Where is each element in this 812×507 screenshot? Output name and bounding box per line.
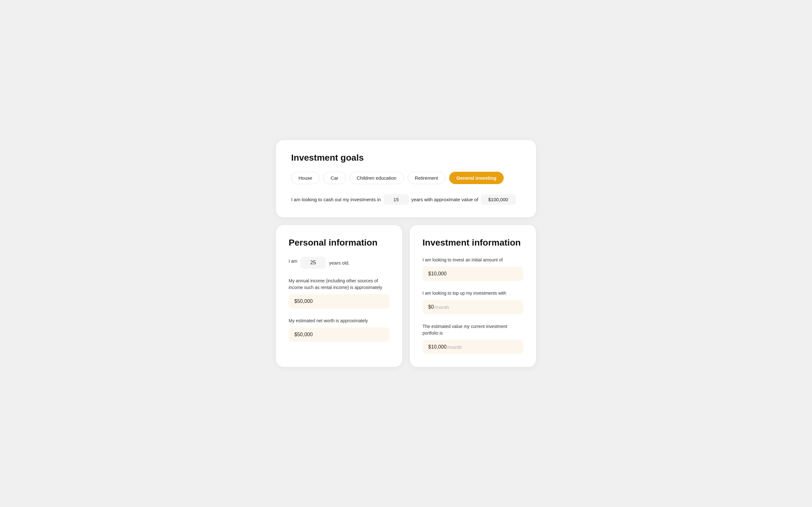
annual-income-field[interactable]: $50,000: [289, 294, 390, 308]
initial-amount-value: $10,000: [428, 271, 447, 277]
net-worth-block: My estimated net worth is approximately …: [289, 318, 390, 342]
portfolio-block: The estimated value my current investmen…: [422, 323, 523, 354]
value-input[interactable]: [481, 194, 516, 205]
top-up-value: $0: [428, 304, 434, 310]
chip-children-education[interactable]: Children education: [350, 172, 404, 184]
age-label: I am: [289, 258, 297, 265]
net-worth-label: My estimated net worth is approximately: [289, 318, 390, 324]
goals-chips-container: House Car Children education Retirement …: [291, 172, 521, 184]
portfolio-label: The estimated value my current investmen…: [422, 323, 523, 337]
top-up-label: I am looking to top up my investments wi…: [422, 290, 523, 297]
chip-car[interactable]: Car: [323, 172, 345, 184]
portfolio-field[interactable]: $10,000 /month: [422, 340, 523, 354]
chip-general-investing[interactable]: General investing: [449, 172, 504, 184]
investment-goals-card: Investment goals House Car Children educ…: [276, 140, 536, 217]
age-block: I am years old.: [289, 257, 390, 269]
annual-income-label: My annual income (including other source…: [289, 278, 390, 291]
top-up-suffix: /month: [435, 304, 449, 310]
age-input[interactable]: [300, 257, 326, 269]
initial-amount-block: I am looking to invest an initial amount…: [422, 257, 523, 281]
investment-information-title: Investment information: [422, 238, 523, 248]
main-container: Investment goals House Car Children educ…: [276, 140, 536, 367]
goals-sentence: I am looking to cash out my investments …: [291, 194, 521, 205]
top-up-block: I am looking to top up my investments wi…: [422, 290, 523, 314]
personal-information-title: Personal information: [289, 238, 390, 248]
net-worth-value: $50,000: [294, 332, 313, 337]
investment-goals-title: Investment goals: [291, 153, 521, 163]
net-worth-field[interactable]: $50,000: [289, 327, 390, 342]
annual-income-block: My annual income (including other source…: [289, 278, 390, 308]
top-up-field[interactable]: $0 /month: [422, 300, 523, 314]
initial-amount-field[interactable]: $10,000: [422, 267, 523, 281]
age-suffix: years old.: [329, 260, 350, 266]
chip-retirement[interactable]: Retirement: [408, 172, 445, 184]
portfolio-value: $10,000: [428, 344, 447, 350]
annual-income-value: $50,000: [294, 298, 313, 304]
bottom-row: Personal information I am years old. My …: [276, 225, 536, 367]
investment-information-card: Investment information I am looking to i…: [410, 225, 536, 367]
goals-sentence-middle: years with approximate value of: [411, 197, 478, 202]
portfolio-suffix: /month: [447, 344, 462, 350]
personal-information-card: Personal information I am years old. My …: [276, 225, 402, 367]
goals-sentence-prefix: I am looking to cash out my investments …: [291, 197, 381, 202]
years-input[interactable]: [384, 194, 409, 205]
chip-house[interactable]: House: [291, 172, 319, 184]
initial-amount-label: I am looking to invest an initial amount…: [422, 257, 523, 263]
